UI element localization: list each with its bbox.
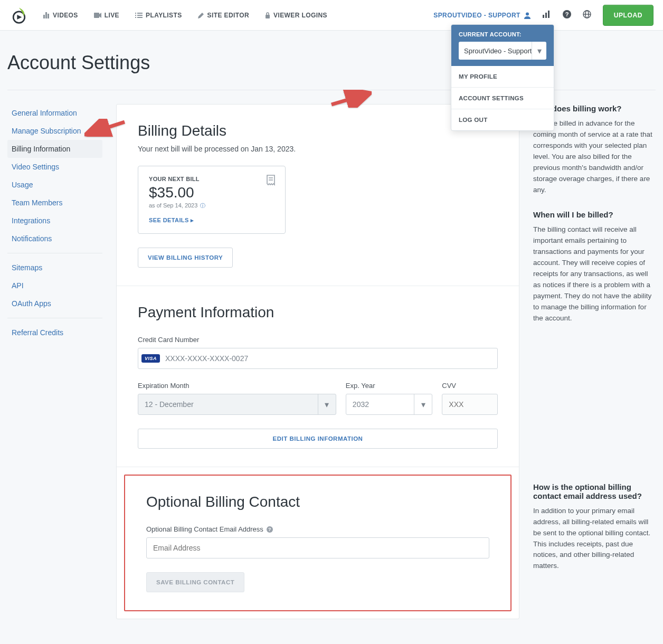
nav-viewer-logins[interactable]: VIEWER LOGINS [265,12,327,19]
account-menu-trigger[interactable]: SPROUTVIDEO - SUPPORT [433,12,531,19]
caret-down-icon: ▾ [318,394,336,414]
nav-videos[interactable]: VIDEOS [42,12,78,19]
cc-display: VISA XXXX-XXXX-XXXX-0027 [138,348,498,369]
optional-email-input[interactable] [146,537,489,558]
info-icon[interactable]: ? [267,526,273,533]
topbar: VIDEOS LIVE PLAYLISTS SITE EDITOR VIEWER… [0,0,663,31]
svg-marker-3 [99,13,101,18]
nav-playlists[interactable]: PLAYLISTS [135,12,182,19]
receipt-icon [266,175,276,188]
sidebar-item-oauth[interactable]: OAuth Apps [7,295,102,312]
svg-rect-13 [545,13,547,18]
info-icon[interactable]: ⓘ [200,203,205,209]
sidebar-item-video-settings[interactable]: Video Settings [7,158,102,176]
page-title: Account Settings [7,41,656,90]
exp-year-select[interactable]: 2032▾ [346,394,432,415]
dropdown-log-out[interactable]: LOG OUT [451,109,554,130]
dropdown-triangle-icon [538,24,546,25]
globe-icon[interactable] [583,10,591,21]
svg-rect-4 [135,13,136,14]
billing-heading: Billing Details [138,122,498,139]
edit-billing-button[interactable]: EDIT BILLING INFORMATION [138,429,498,449]
main-panel: Billing Details Your next bill will be p… [116,104,519,619]
see-details-link[interactable]: SEE DETAILS ▸ [149,217,274,224]
view-billing-history-button[interactable]: VIEW BILLING HISTORY [138,248,233,268]
exp-month-label: Expiration Month [138,382,336,390]
account-dropdown: CURRENT ACCOUNT: SproutVideo - Support ▾… [451,24,554,131]
exp-month-select[interactable]: 12 - December▾ [138,394,336,415]
cc-masked: XXXX-XXXX-XXXX-0027 [165,354,248,363]
dropdown-header: CURRENT ACCOUNT: SproutVideo - Support ▾ [451,25,554,66]
primary-nav: VIDEOS LIVE PLAYLISTS SITE EDITOR VIEWER… [42,12,327,19]
sidebar-item-notifications[interactable]: Notifications [7,230,102,248]
optional-contact-section: Optional Billing Contact Optional Billin… [124,475,512,611]
billing-subtext: Your next bill will be processed on Jan … [138,145,498,153]
payment-heading: Payment Information [138,304,498,321]
svg-rect-9 [137,17,143,18]
cvv-input[interactable] [442,394,498,415]
account-selector[interactable]: SproutVideo - Support ▾ [459,42,546,60]
svg-point-11 [526,12,529,15]
optional-field-label: Optional Billing Contact Email Address? [146,525,489,533]
sidebar-item-integrations[interactable]: Integrations [7,212,102,230]
caret-down-icon: ▾ [532,42,546,60]
payment-section: Payment Information Credit Card Number V… [117,286,519,467]
layout: General Information Manage Subscription … [7,104,656,619]
svg-line-21 [332,94,367,105]
svg-rect-5 [137,13,143,14]
dropdown-my-profile[interactable]: MY PROFILE [451,66,554,88]
nav-live[interactable]: LIVE [94,12,119,19]
sidebar-divider [7,318,102,318]
cc-label: Credit Card Number [138,336,498,344]
help-icon[interactable]: ? [563,10,571,21]
visa-badge-icon: VISA [141,354,160,363]
analytics-icon[interactable] [543,11,551,20]
svg-marker-1 [17,15,22,20]
svg-rect-14 [548,11,550,18]
sidebar-item-api[interactable]: API [7,277,102,295]
svg-rect-7 [137,15,143,16]
svg-rect-12 [543,15,544,18]
svg-text:?: ? [565,11,569,17]
sidebar-item-referral[interactable]: Referral Credits [7,324,102,342]
sidebar-item-billing[interactable]: Billing Information [7,140,102,158]
annotation-arrow-billing-info [84,119,127,139]
upload-button[interactable]: UPLOAD [603,5,653,26]
next-bill-card: YOUR NEXT BILL $35.00 as of Sep 14, 2023… [138,166,286,234]
next-bill-label: YOUR NEXT BILL [149,176,274,182]
cvv-label: CVV [442,382,498,390]
brand-logo-icon[interactable] [10,6,29,25]
svg-rect-8 [135,17,136,18]
help-panel: How does billing work? You are billed in… [533,104,656,619]
sidebar-item-team[interactable]: Team Members [7,194,102,212]
sidebar: General Information Manage Subscription … [7,104,102,619]
help-optional-contact: How is the optional billing contact emai… [533,482,656,572]
exp-year-label: Exp. Year [346,382,432,390]
topbar-right: SPROUTVIDEO - SUPPORT ? UPLOAD [433,5,653,26]
save-billing-contact-button[interactable]: SAVE BILLING CONTACT [146,572,244,592]
svg-rect-10 [266,15,270,18]
annotation-arrow-account-settings [329,90,372,110]
next-bill-amount: $35.00 [149,184,274,201]
sidebar-item-usage[interactable]: Usage [7,176,102,194]
optional-heading: Optional Billing Contact [146,494,489,510]
caret-down-icon: ▾ [414,394,432,414]
svg-rect-2 [94,13,99,18]
nav-site-editor[interactable]: SITE EDITOR [198,12,250,19]
next-bill-asof: as of Sep 14, 2023 ⓘ [149,202,274,210]
sidebar-divider [7,253,102,253]
billing-details-section: Billing Details Your next bill will be p… [117,105,519,286]
dropdown-account-settings[interactable]: ACCOUNT SETTINGS [451,88,554,109]
svg-line-23 [89,122,125,134]
current-account-label: CURRENT ACCOUNT: [459,31,546,37]
sidebar-item-sitemaps[interactable]: Sitemaps [7,259,102,277]
help-when-billed: When will I be billed? The billing conta… [533,210,656,324]
svg-rect-6 [135,15,136,16]
